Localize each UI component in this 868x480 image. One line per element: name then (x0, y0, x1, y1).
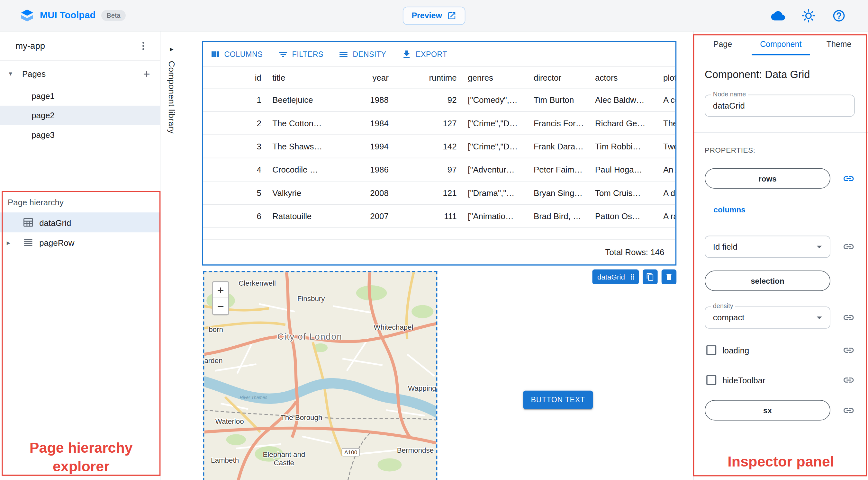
table-cell: A co (658, 95, 677, 104)
column-header-id[interactable]: id (203, 73, 267, 82)
add-page-button[interactable]: + (144, 68, 150, 79)
column-header-actors[interactable]: actors (590, 73, 658, 82)
button-component[interactable]: BUTTON TEXT (523, 391, 593, 409)
divider (694, 132, 868, 133)
table-row[interactable]: 3The Shaws…1994142["Crime","D…Frank Dara… (203, 135, 676, 158)
table-cell: Alec Baldw… (590, 95, 658, 104)
selection-prop-button[interactable]: selection (705, 270, 830, 291)
hierarchy-item-dataGrid[interactable]: dataGrid (0, 212, 160, 232)
table-row[interactable]: 5Valkyrie2008121["Drama","…Bryan Sing…To… (203, 182, 676, 205)
help-icon[interactable] (832, 9, 846, 23)
table-cell: 127 (394, 118, 462, 128)
more-vert-icon[interactable] (138, 40, 149, 52)
duplicate-button[interactable] (643, 269, 657, 284)
expand-panel-icon[interactable]: ▸ (170, 45, 173, 53)
table-row[interactable]: 2The Cotton…1984127["Crime","D…Francis F… (203, 112, 676, 135)
table-cell: Crocodile … (267, 165, 339, 174)
dropdown-arrow-icon (813, 311, 826, 323)
columns-prop-link[interactable]: columns (714, 205, 745, 214)
density-button[interactable]: DENSITY (338, 49, 386, 59)
hierarchy-list: dataGrid▸pageRow (0, 212, 160, 252)
hidetoolbar-checkbox[interactable] (706, 375, 716, 385)
map-label: Finsbury (298, 294, 325, 302)
filters-button[interactable]: FILTERS (278, 49, 323, 59)
table-cell: Tom Cruis… (590, 188, 658, 197)
node-name-label: Node name (711, 91, 748, 97)
column-header-year[interactable]: year (339, 73, 394, 82)
download-icon (401, 49, 412, 59)
export-button-label: EXPORT (416, 50, 447, 59)
component-library-panel[interactable]: ▸ Component library (160, 31, 183, 480)
table-cell: 92 (394, 95, 462, 104)
export-button[interactable]: EXPORT (401, 49, 447, 59)
columns-button[interactable]: COLUMNS (210, 49, 263, 59)
selection-toolbar: dataGrid (592, 269, 676, 284)
bind-link-icon[interactable] (843, 374, 855, 386)
map-label: Clerkenwell (239, 279, 276, 287)
id-field-select[interactable]: Id field (705, 236, 830, 258)
column-header-genres[interactable]: genres (462, 73, 528, 82)
zoom-out-button[interactable]: − (213, 298, 228, 314)
hierarchy-item-pageRow[interactable]: ▸pageRow (0, 232, 160, 252)
road-badge: A100 (341, 448, 360, 456)
chevron-right-icon[interactable]: ▸ (7, 238, 22, 247)
rows-prop-button[interactable]: rows (705, 168, 830, 189)
table-row[interactable]: 6Ratatouille2007111["Animatio…Brad Bird,… (203, 205, 676, 228)
sx-prop-button[interactable]: sx (705, 400, 830, 421)
inspector-panel: PageComponentTheme Component: Data Grid … (693, 31, 868, 480)
datagrid-component[interactable]: COLUMNS FILTERS DENSITY EXPORT idtitleye… (202, 41, 677, 265)
id-field-value: Id field (705, 242, 738, 251)
table-row[interactable]: 1Beetlejuice198892["Comedy",…Tim BurtonA… (203, 89, 676, 112)
column-header-title[interactable]: title (267, 73, 339, 82)
table-cell: Valkyrie (267, 188, 339, 197)
page-hierarchy-title: Page hierarchy (0, 191, 160, 212)
loading-label: loading (722, 345, 749, 355)
bind-link-icon[interactable] (843, 241, 855, 253)
bind-link-icon[interactable] (843, 344, 855, 356)
hidetoolbar-label: hideToolbar (722, 375, 766, 385)
map-component[interactable]: ClerkenwellFinsburyWhitechapelCity of Lo… (203, 271, 437, 480)
bind-link-icon[interactable] (843, 172, 855, 184)
open-in-new-icon (447, 11, 456, 20)
node-name-field[interactable]: Node name dataGrid (705, 94, 855, 117)
sidebar-item-page1[interactable]: page1 (0, 87, 160, 106)
cloud-sync-icon[interactable] (771, 9, 785, 23)
sidebar-item-page2[interactable]: page2 (0, 106, 160, 125)
table-cell: 142 (394, 142, 462, 151)
column-header-runtime[interactable]: runtime (394, 73, 462, 82)
tab-component[interactable]: Component (752, 34, 810, 55)
loading-prop-row: loading (705, 344, 855, 356)
mui-logo-icon (20, 8, 34, 23)
rows-icon (22, 236, 34, 248)
bind-link-icon[interactable] (843, 404, 855, 416)
table-cell: 1984 (339, 118, 394, 128)
table-cell: The Cotton… (267, 118, 339, 128)
app-header: MUI Toolpad Beta Preview (0, 0, 868, 31)
column-header-plot[interactable]: plot (658, 73, 677, 82)
bind-link-icon[interactable] (843, 311, 855, 323)
table-cell: ["Comedy",… (462, 95, 528, 104)
column-header-director[interactable]: director (528, 73, 590, 82)
table-cell: 6 (203, 212, 267, 221)
density-prop-row: density compact (705, 307, 855, 329)
delete-button[interactable] (661, 269, 676, 284)
density-select[interactable]: density compact (705, 307, 830, 329)
zoom-in-button[interactable]: + (213, 282, 228, 298)
tab-theme[interactable]: Theme (810, 34, 868, 55)
table-cell: 97 (394, 165, 462, 174)
table-row[interactable]: 4Crocodile …198697["Adventur…Peter Faim…… (203, 158, 676, 181)
tab-page[interactable]: Page (694, 34, 752, 55)
preview-button[interactable]: Preview (403, 6, 465, 25)
drag-handle-icon[interactable] (628, 273, 637, 281)
chevron-down-icon[interactable]: ▾ (9, 70, 19, 77)
theme-toggle-icon[interactable] (802, 9, 815, 23)
selected-component-chip[interactable]: dataGrid (592, 269, 639, 284)
sidebar-item-page3[interactable]: page3 (0, 125, 160, 144)
sx-prop-row: sx (705, 400, 855, 421)
loading-checkbox[interactable] (706, 345, 716, 355)
app-root: MUI Toolpad Beta Preview my-app ▾ Pag (0, 0, 868, 480)
table-cell: 4 (203, 165, 267, 174)
pages-section-header: ▾ Pages + (0, 61, 160, 86)
table-cell: ["Adventur… (462, 165, 528, 174)
filters-button-label: FILTERS (292, 50, 323, 59)
